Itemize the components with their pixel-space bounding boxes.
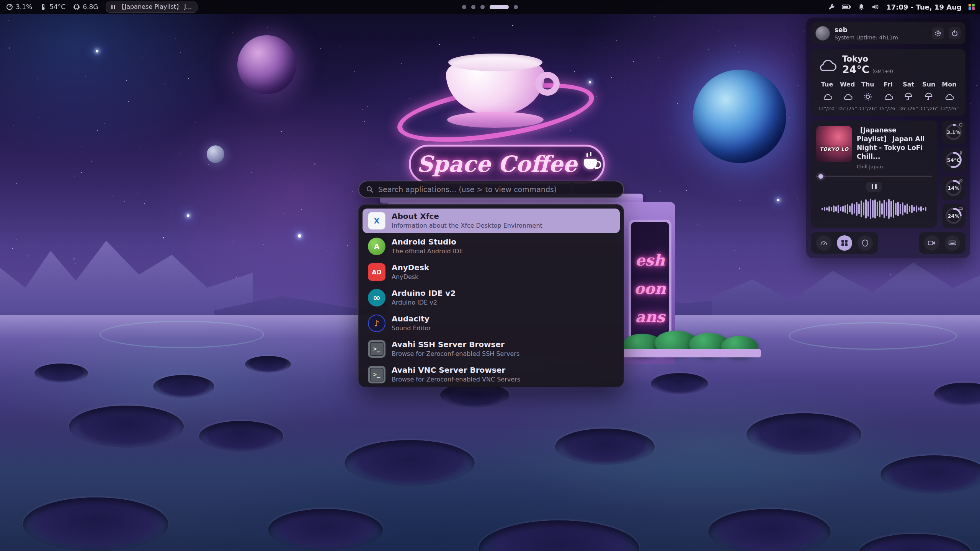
workspace-indicator[interactable] (462, 5, 518, 9)
progress-handle[interactable] (818, 174, 823, 179)
app-launcher: X About Xfce Information about the Xfce … (358, 181, 624, 387)
workspace-dot[interactable] (471, 5, 475, 9)
waveform-bar (854, 204, 855, 214)
waveform-bar (893, 200, 894, 218)
forecast-day: Sun 33°/26° (919, 81, 939, 111)
crater (479, 520, 639, 551)
cpu-indicator[interactable]: 3.1% (6, 3, 32, 11)
search-input[interactable] (378, 185, 616, 194)
avahi-vnc-app-icon: >_ (368, 366, 385, 383)
app-list: X About Xfce Information about the Xfce … (358, 204, 624, 387)
album-art[interactable]: TOKYO LO (816, 126, 852, 162)
quick-toggle-row (811, 232, 965, 254)
waveform-bar (824, 207, 825, 211)
app-name: About Xfce (392, 212, 542, 221)
crater-rim (100, 321, 264, 348)
crater (153, 375, 214, 398)
cpu-icon (959, 122, 963, 127)
user-card: seb System Uptime: 4h11m (811, 22, 965, 44)
crater (651, 373, 708, 394)
pause-button[interactable] (866, 182, 882, 192)
temperature-indicator[interactable]: 54°C (40, 3, 65, 11)
grid-icon (841, 240, 848, 246)
cpu-gauge: 3.1% (942, 121, 965, 144)
audio-waveform (816, 196, 932, 222)
waveform-bar (822, 208, 823, 210)
waveform-bar (831, 207, 832, 211)
shield-toggle[interactable] (858, 235, 873, 251)
waveform-bar (847, 204, 848, 214)
forecast-day: Tue 33°/24° (817, 81, 837, 111)
tools-icon[interactable] (828, 3, 835, 11)
workspace-dot[interactable] (514, 5, 518, 9)
memory-indicator[interactable]: 6.8G (73, 3, 98, 11)
umbrella-icon (904, 93, 913, 101)
cpu-value: 3.1% (16, 3, 32, 11)
cloud-icon (944, 93, 954, 100)
weather-card[interactable]: Tokyo 24°C (GMT+9) Tue 33°/24° Wed 35°/2… (811, 49, 965, 116)
app-name: Avahi SSH Server Browser (392, 340, 519, 349)
app-row-avahi-ssh[interactable]: >_ Avahi SSH Server Browser Browse for Z… (363, 337, 620, 361)
media-progress-bar[interactable] (816, 176, 932, 177)
waveform-bar (925, 207, 926, 211)
app-row-anydesk[interactable]: AD AnyDesk AnyDesk (363, 260, 620, 284)
temperature-value: 54°C (49, 3, 65, 11)
media-pill-title: 【Japanese Playlist】 J... (118, 3, 192, 11)
app-grid-icon[interactable] (969, 4, 975, 10)
workspace-dot[interactable] (462, 5, 466, 9)
memory-gauge: 14% (942, 176, 965, 200)
waveform-bar (895, 203, 897, 215)
planet-purple (237, 35, 296, 94)
anydesk-app-icon: AD (368, 263, 385, 281)
topbar-left: 3.1% 54°C 6.8G 【Japanese Playlist】 J... (6, 2, 198, 13)
crater (34, 364, 88, 383)
app-row-audacity[interactable]: ♪ Audacity Sound Editor (363, 311, 620, 336)
performance-toggle[interactable] (816, 235, 831, 251)
pause-icon (111, 5, 115, 9)
workspace-active[interactable] (490, 5, 509, 9)
control-panel: seb System Uptime: 4h11m Tokyo 24°C (GMT… (806, 18, 970, 258)
volume-icon[interactable] (872, 3, 879, 10)
media-pill[interactable]: 【Japanese Playlist】 J... (106, 2, 198, 13)
keyboard-button[interactable] (945, 235, 960, 251)
media-subtitle: Chill Japan. (857, 164, 932, 170)
search-bar[interactable] (358, 181, 624, 198)
app-grid-toggle[interactable] (837, 235, 852, 251)
app-name: Audacity (392, 314, 431, 324)
crater (934, 383, 980, 406)
waveform-bar (920, 206, 922, 212)
workspace-dot[interactable] (480, 5, 485, 9)
forecast-day: Thu 33°/26° (858, 81, 878, 111)
gauge-column: 3.1% 54°C 14% (942, 121, 965, 228)
disk-icon (959, 206, 963, 211)
screen-record-button[interactable] (924, 235, 939, 251)
app-row-android-studio[interactable]: A Android Studio The official Android ID… (363, 234, 620, 259)
waveform-bar (863, 202, 864, 215)
waveform-bar (881, 203, 883, 215)
bell-icon[interactable] (858, 3, 865, 10)
waveform-bar (916, 205, 917, 212)
settings-button[interactable] (932, 27, 944, 39)
app-row-text: About Xfce Information about the Xfce De… (392, 212, 542, 230)
avatar[interactable] (815, 26, 830, 41)
memory-gauge-value: 14% (947, 185, 959, 191)
memory-value: 6.8G (83, 3, 98, 11)
waveform-bar (870, 199, 871, 219)
app-row-about-xfce[interactable]: X About Xfce Information about the Xfce … (363, 209, 620, 233)
waveform-bar (879, 201, 880, 217)
waveform-bar (874, 199, 876, 218)
weather-forecast: Tue 33°/24° Wed 35°/25° Thu 33°/26° Fri (817, 81, 959, 111)
waveform-bar (904, 205, 906, 213)
app-name: AnyDesk (392, 263, 429, 272)
waveform-bar (877, 202, 878, 216)
cloud-icon (883, 93, 893, 100)
app-row-avahi-vnc[interactable]: >_ Avahi VNC Server Browser Browse for Z… (363, 362, 620, 387)
battery-icon[interactable] (842, 4, 851, 10)
app-row-arduino-ide[interactable]: ∞ Arduino IDE v2 Arduino IDE v2 (363, 285, 620, 310)
crater (858, 534, 972, 551)
sun-icon (864, 93, 872, 101)
clock[interactable]: 17:09 - Tue, 19 Aug (886, 3, 962, 11)
star (187, 214, 189, 217)
cloud-icon (817, 58, 837, 72)
power-button[interactable] (949, 27, 961, 39)
